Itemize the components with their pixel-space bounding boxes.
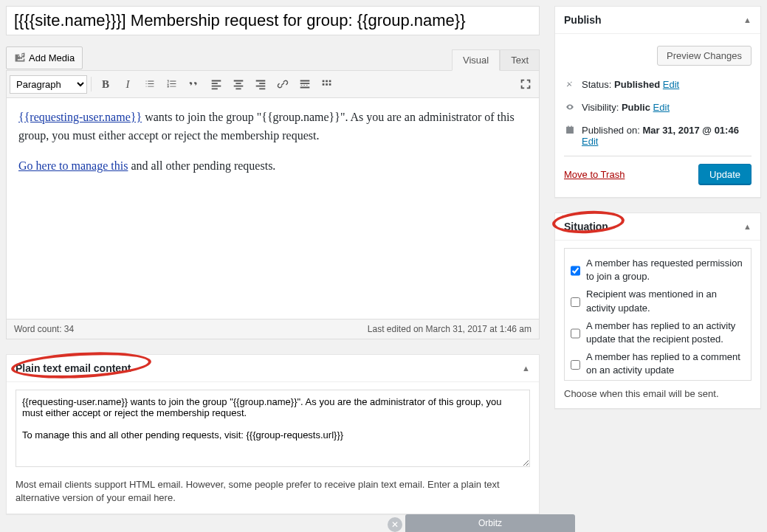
svg-rect-1 xyxy=(326,80,328,83)
manage-link[interactable]: Go here to manage this xyxy=(18,159,128,172)
tab-text[interactable]: Text xyxy=(500,49,540,70)
situation-checkbox[interactable] xyxy=(571,258,580,283)
edit-visibility-link[interactable]: Edit xyxy=(653,102,670,113)
pin-icon xyxy=(564,79,576,91)
last-edited-text: Last edited on March 31, 2017 at 1:46 am xyxy=(368,324,532,334)
situation-label: A member has replied to an activity upda… xyxy=(586,319,745,346)
svg-rect-5 xyxy=(329,83,331,86)
blockquote-button[interactable] xyxy=(184,74,204,94)
number-list-button[interactable] xyxy=(162,74,182,94)
ad-label: Orbitz xyxy=(478,518,502,528)
collapse-icon: ▲ xyxy=(522,364,530,373)
svg-rect-4 xyxy=(326,83,328,86)
publish-title: Publish xyxy=(564,14,602,26)
situation-item[interactable]: A member has replied to an activity upda… xyxy=(571,317,745,348)
tab-visual[interactable]: Visual xyxy=(452,49,500,71)
update-button[interactable]: Update xyxy=(698,164,751,185)
situation-checkbox[interactable] xyxy=(571,352,580,377)
visibility-label: Visibility: xyxy=(582,102,622,113)
situation-label: A member has replied to a comment on an … xyxy=(586,350,745,377)
situation-label: Recipient was mentioned in an activity u… xyxy=(586,288,745,314)
align-center-button[interactable] xyxy=(228,74,249,94)
plaintext-textarea[interactable] xyxy=(16,390,530,467)
toolbar-toggle-button[interactable] xyxy=(317,74,337,94)
ad-bar[interactable]: ✕ Orbitz xyxy=(405,514,575,532)
visibility-value: Public xyxy=(622,102,650,113)
published-label: Published on: xyxy=(582,125,642,136)
collapse-icon: ▲ xyxy=(743,15,751,24)
svg-rect-0 xyxy=(323,80,325,83)
preview-changes-button[interactable]: Preview Changes xyxy=(657,46,751,66)
word-count-value: 34 xyxy=(64,324,74,334)
situation-help: Choose when this email will be sent. xyxy=(564,388,751,399)
published-value: Mar 31, 2017 @ 01:46 xyxy=(642,125,738,136)
italic-button[interactable]: I xyxy=(117,74,138,94)
situation-item[interactable]: A member has requested permission to joi… xyxy=(571,255,745,286)
situation-checkbox[interactable] xyxy=(571,321,580,346)
situation-metabox-header[interactable]: Situation ▲ xyxy=(555,213,760,241)
editor-text: and all other pending requests. xyxy=(128,159,275,172)
plaintext-metabox-header[interactable]: Plain text email content ▲ xyxy=(7,355,539,382)
situation-list[interactable]: A member has requested permission to joi… xyxy=(564,248,751,381)
align-right-button[interactable] xyxy=(250,74,271,94)
status-value: Published xyxy=(614,79,660,90)
situation-item[interactable]: Recipient was mentioned in an activity u… xyxy=(571,286,745,317)
requesting-user-token-link[interactable]: {{requesting-user.name}} xyxy=(18,111,142,123)
situation-item[interactable]: A member has replied to a comment on an … xyxy=(571,348,745,379)
plaintext-title: Plain text email content xyxy=(16,362,131,374)
status-label: Status: xyxy=(582,79,614,90)
fullscreen-button[interactable] xyxy=(515,74,536,94)
editor-toolbar: Paragraph B I xyxy=(6,70,540,98)
format-select[interactable]: Paragraph xyxy=(10,75,87,94)
edit-status-link[interactable]: Edit xyxy=(663,79,679,90)
situation-checkbox[interactable] xyxy=(571,289,580,314)
editor-status-bar: Word count: 34 Last edited on March 31, … xyxy=(6,319,540,339)
post-title-input[interactable] xyxy=(6,6,540,35)
editor-content-area[interactable]: {{requesting-user.name}} wants to join t… xyxy=(6,98,540,319)
situation-label: A member has requested permission to joi… xyxy=(586,257,745,283)
close-icon[interactable]: ✕ xyxy=(388,517,402,532)
svg-rect-3 xyxy=(323,83,325,86)
publish-metabox-header[interactable]: Publish ▲ xyxy=(555,7,760,34)
edit-date-link[interactable]: Edit xyxy=(582,136,598,147)
situation-title: Situation xyxy=(564,221,608,232)
collapse-icon: ▲ xyxy=(743,222,751,231)
move-to-trash-link[interactable]: Move to Trash xyxy=(564,169,625,180)
calendar-icon xyxy=(564,125,576,137)
svg-rect-2 xyxy=(329,80,331,83)
align-left-button[interactable] xyxy=(206,74,227,94)
word-count-label: Word count: xyxy=(14,324,64,334)
plaintext-help: Most email clients support HTML email. H… xyxy=(16,478,530,505)
bullet-list-button[interactable] xyxy=(140,74,160,94)
link-button[interactable] xyxy=(272,74,293,94)
eye-icon xyxy=(564,102,576,114)
read-more-button[interactable] xyxy=(295,74,315,94)
bold-button[interactable]: B xyxy=(95,74,116,94)
